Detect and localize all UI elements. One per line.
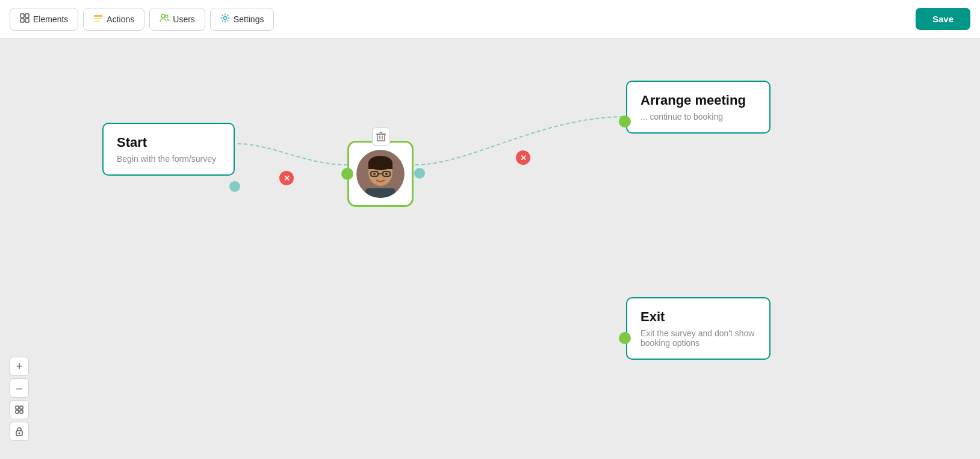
node-exit[interactable]: Exit Exit the survey and don't show book… xyxy=(626,297,771,360)
node-start[interactable]: Start Begin with the form/survey xyxy=(102,123,235,176)
zoom-out-button[interactable]: – xyxy=(10,378,29,398)
elements-icon xyxy=(20,13,29,25)
svg-rect-22 xyxy=(20,406,23,409)
svg-point-26 xyxy=(19,433,20,434)
lock-button[interactable] xyxy=(10,422,29,441)
svg-point-17 xyxy=(373,173,376,175)
svg-rect-0 xyxy=(20,14,24,17)
tab-actions[interactable]: Actions xyxy=(83,8,144,31)
node-exit-title: Exit xyxy=(640,309,756,325)
person-right-connector[interactable] xyxy=(414,168,425,179)
node-start-subtitle: Begin with the form/survey xyxy=(117,154,220,164)
node-person[interactable] xyxy=(347,141,414,207)
svg-rect-2 xyxy=(20,19,24,22)
delete-connection-2[interactable]: ✕ xyxy=(516,150,530,165)
svg-rect-1 xyxy=(25,14,29,17)
actions-icon xyxy=(93,13,103,25)
tab-settings-label: Settings xyxy=(234,14,264,24)
start-right-connector[interactable] xyxy=(229,181,240,192)
svg-rect-24 xyxy=(20,410,23,413)
svg-point-9 xyxy=(223,16,226,19)
top-navigation: Elements Actions Users xyxy=(0,0,980,39)
svg-rect-20 xyxy=(377,134,385,141)
svg-point-7 xyxy=(161,14,165,18)
svg-rect-4 xyxy=(94,15,102,17)
node-exit-subtitle: Exit the survey and don't show booking o… xyxy=(640,328,756,348)
tab-users[interactable]: Users xyxy=(149,8,205,31)
node-arrange-title: Arrange meeting xyxy=(640,93,756,108)
svg-rect-6 xyxy=(94,20,100,22)
zoom-controls: + – xyxy=(10,357,29,441)
tab-elements[interactable]: Elements xyxy=(10,8,78,31)
svg-point-8 xyxy=(166,15,168,17)
fit-button[interactable] xyxy=(10,400,29,419)
connections-svg xyxy=(0,39,980,459)
save-button[interactable]: Save xyxy=(916,8,970,30)
arrange-left-connector[interactable] xyxy=(619,116,631,128)
svg-rect-21 xyxy=(16,406,19,409)
exit-left-connector[interactable] xyxy=(619,332,631,344)
tab-actions-label: Actions xyxy=(107,14,134,24)
svg-rect-23 xyxy=(16,410,19,413)
svg-rect-5 xyxy=(94,18,102,19)
svg-point-18 xyxy=(385,173,388,175)
delete-connection-1[interactable]: ✕ xyxy=(279,171,294,185)
node-arrange-subtitle: ... continue to booking xyxy=(640,112,756,122)
node-arrange[interactable]: Arrange meeting ... continue to booking xyxy=(626,81,771,134)
svg-rect-3 xyxy=(25,19,29,22)
node-start-title: Start xyxy=(117,135,220,150)
flow-canvas: Start Begin with the form/survey ✕ xyxy=(0,39,980,459)
settings-icon xyxy=(220,13,230,25)
tab-settings[interactable]: Settings xyxy=(210,8,274,31)
avatar xyxy=(356,150,405,198)
person-left-connector[interactable] xyxy=(341,168,353,180)
tab-elements-label: Elements xyxy=(33,14,68,24)
users-icon xyxy=(160,13,169,25)
zoom-in-button[interactable]: + xyxy=(10,357,29,376)
delete-person-button[interactable] xyxy=(372,128,390,146)
svg-rect-13 xyxy=(368,162,392,169)
svg-rect-19 xyxy=(365,188,395,198)
tab-users-label: Users xyxy=(173,14,195,24)
